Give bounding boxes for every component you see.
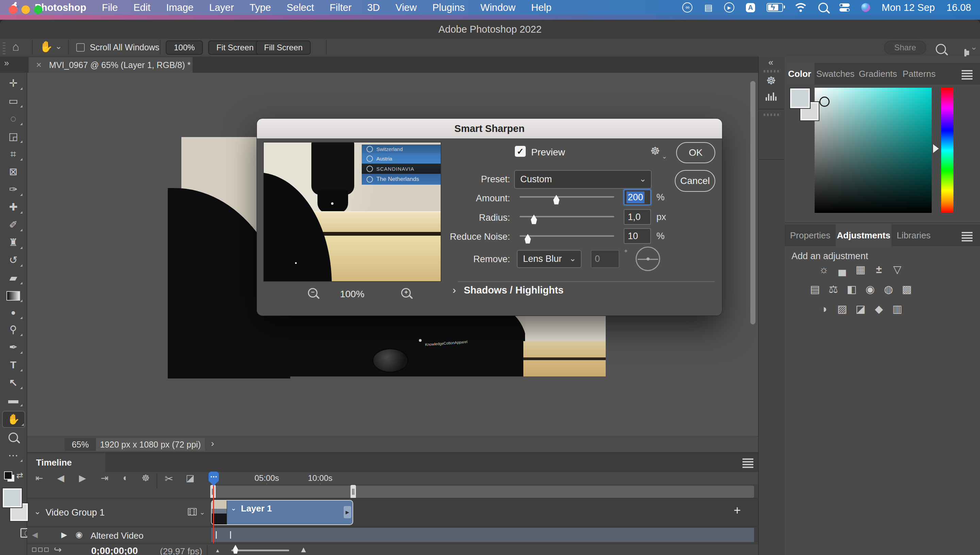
dialog-preview-image[interactable]: Switzerland Austria SCANDINAVIA The Neth… bbox=[264, 143, 441, 281]
search-icon[interactable] bbox=[936, 44, 946, 54]
status-zoom-field[interactable]: 65% bbox=[65, 438, 96, 451]
adjustment-black-white[interactable]: ◧ bbox=[844, 282, 860, 297]
healing-brush-tool[interactable]: ✚ bbox=[3, 199, 23, 215]
tab-adjustments[interactable]: Adjustments bbox=[836, 225, 892, 246]
object-selection-tool[interactable]: ◲ bbox=[3, 128, 23, 144]
share-button[interactable]: Share bbox=[884, 40, 926, 55]
filmstrip-icon[interactable] bbox=[188, 508, 197, 516]
preview-zoom-out-icon[interactable]: − bbox=[308, 288, 318, 298]
playhead-head[interactable] bbox=[208, 472, 219, 483]
split-clip-icon[interactable]: ✂ bbox=[165, 473, 173, 484]
playhead-line[interactable] bbox=[213, 482, 214, 544]
timeline-menu-icon[interactable] bbox=[742, 461, 753, 462]
dialog-gear-icon[interactable]: ☸ bbox=[650, 144, 660, 157]
stack-icon[interactable]: ▤ bbox=[704, 2, 713, 13]
altered-video-label[interactable]: Altered Video bbox=[90, 531, 144, 541]
path-select-tool[interactable]: ↖ bbox=[3, 375, 23, 390]
frame-tool[interactable]: ⊠ bbox=[3, 164, 23, 180]
panel-foreground-swatch[interactable] bbox=[790, 88, 810, 108]
toolbar-collapse-icon[interactable]: » bbox=[4, 58, 9, 68]
cancel-button[interactable]: Cancel bbox=[675, 170, 715, 192]
tab-color[interactable]: Color bbox=[785, 63, 815, 85]
workspace-icon[interactable] bbox=[964, 49, 966, 57]
radius-field[interactable]: 1,0 bbox=[624, 209, 651, 225]
menu-item-help[interactable]: Help bbox=[531, 2, 552, 13]
keyboard-a-icon[interactable]: A bbox=[746, 3, 755, 12]
minimize-window-button[interactable] bbox=[21, 5, 30, 14]
gradient-tool[interactable] bbox=[3, 288, 23, 303]
adjustment-channel-mixer[interactable]: ◍ bbox=[880, 282, 896, 297]
clone-stamp-tool[interactable]: ♜ bbox=[3, 235, 23, 250]
color-field-selector[interactable] bbox=[819, 96, 830, 107]
remove-select[interactable]: Lens Blur ⌄ bbox=[517, 250, 582, 268]
video-group-label[interactable]: Video Group 1 bbox=[46, 507, 105, 518]
zoom-in-mountain-icon[interactable]: ▲ bbox=[299, 545, 308, 554]
timeline-zoom-thumb[interactable] bbox=[232, 545, 239, 553]
work-area-end-handle[interactable] bbox=[350, 485, 356, 499]
menu-bar-date[interactable]: Mon 12 Sep bbox=[882, 2, 935, 13]
timeline-zoom-slider[interactable] bbox=[231, 550, 289, 551]
adjustment-color-lookup[interactable]: ▩ bbox=[899, 282, 915, 297]
zoom-tool[interactable] bbox=[3, 429, 23, 445]
menu-item-view[interactable]: View bbox=[395, 2, 416, 13]
work-area-bar[interactable] bbox=[210, 486, 754, 498]
fill-screen-button[interactable]: Fill Screen bbox=[256, 40, 311, 55]
status-chevron-icon[interactable]: › bbox=[211, 438, 214, 449]
adjustment-levels[interactable]: ▄ bbox=[834, 263, 850, 277]
previous-frame-button[interactable]: ◀ bbox=[57, 473, 64, 484]
transition-icon[interactable]: ◪ bbox=[186, 473, 194, 484]
time-ruler[interactable] bbox=[210, 472, 758, 484]
clip-end-arrow[interactable]: ▶ bbox=[344, 506, 351, 518]
tab-properties[interactable]: Properties bbox=[785, 225, 836, 246]
dodge-tool[interactable]: ⚲ bbox=[3, 322, 23, 337]
menu-item-filter[interactable]: Filter bbox=[330, 2, 352, 13]
histogram-icon[interactable] bbox=[766, 93, 776, 101]
tab-libraries[interactable]: Libraries bbox=[892, 225, 936, 246]
adjustment-color-balance[interactable]: ⚖ bbox=[826, 282, 841, 297]
timeline-tab[interactable]: Timeline bbox=[27, 453, 106, 472]
adjustment-threshold[interactable]: ◪ bbox=[853, 302, 868, 316]
color-panel-menu-icon[interactable] bbox=[962, 73, 972, 74]
document-tab[interactable]: × MVI_0967 @ 65% (Layer 1, RGB/8) * bbox=[29, 57, 193, 73]
adjustment-brightness-contrast[interactable]: ☼ bbox=[816, 263, 832, 277]
tab-gradients[interactable]: Gradients bbox=[856, 63, 900, 85]
altered-eye-icon[interactable]: ◉ bbox=[76, 530, 83, 539]
menu-item-plugins[interactable]: Plugins bbox=[432, 2, 465, 13]
amount-field[interactable]: 200 bbox=[624, 189, 651, 205]
history-brush-tool[interactable]: ↺ bbox=[3, 252, 23, 268]
preview-zoom-in-icon[interactable]: + bbox=[401, 288, 411, 298]
preview-checkbox[interactable]: ✓ bbox=[515, 146, 526, 157]
filmstrip-chevron-icon[interactable]: ⌄ bbox=[199, 508, 205, 516]
swap-colors-icon[interactable]: ⇄ bbox=[16, 471, 23, 480]
hand-tool-option-icon[interactable]: ✋ bbox=[40, 40, 53, 53]
scroll-all-windows-checkbox[interactable] bbox=[76, 43, 85, 52]
menu-item-layer[interactable]: Layer bbox=[209, 2, 234, 13]
vertical-scrollbar[interactable] bbox=[750, 81, 755, 324]
battery-icon[interactable]: ϟ bbox=[766, 3, 783, 12]
adjustment-invert[interactable]: ◑ bbox=[816, 302, 832, 316]
go-to-start-button[interactable]: ⇤ bbox=[35, 473, 43, 484]
blur-tool[interactable]: ● bbox=[3, 305, 23, 320]
pen-tool[interactable]: ✒ bbox=[3, 339, 23, 355]
expand-panels-icon[interactable]: « bbox=[768, 57, 773, 68]
playback-settings-icon[interactable]: ☸ bbox=[141, 473, 150, 484]
move-tool[interactable]: ✛ bbox=[3, 75, 23, 91]
adjustment-hue-saturation[interactable]: ▤ bbox=[807, 282, 823, 297]
reduce-noise-slider[interactable] bbox=[520, 235, 614, 237]
shadows-highlights-label[interactable]: Shadows / Highlights bbox=[464, 285, 564, 296]
hand-tool[interactable]: ✋ bbox=[2, 411, 25, 428]
workspace-chevron-icon[interactable]: ⌄ bbox=[970, 42, 977, 52]
audio-button[interactable]: ◖ bbox=[122, 473, 127, 483]
menu-item-image[interactable]: Image bbox=[166, 2, 194, 13]
lasso-tool[interactable]: ◌ bbox=[3, 111, 23, 127]
next-frame-button[interactable]: ⇥ bbox=[101, 473, 109, 484]
home-icon[interactable]: ⌂ bbox=[12, 40, 19, 53]
status-dimensions[interactable]: 1920 px x 1080 px (72 ppi) bbox=[96, 438, 205, 451]
siri-icon[interactable] bbox=[861, 3, 870, 12]
control-center-icon[interactable] bbox=[839, 3, 850, 11]
menu-item-file[interactable]: File bbox=[102, 2, 118, 13]
altered-expand-icon[interactable]: ▶ bbox=[61, 531, 67, 539]
video-clip-layer1[interactable]: ⌄ Layer 1 ▶ bbox=[211, 500, 353, 525]
color-field[interactable] bbox=[815, 88, 932, 213]
menu-item-select[interactable]: Select bbox=[286, 2, 314, 13]
